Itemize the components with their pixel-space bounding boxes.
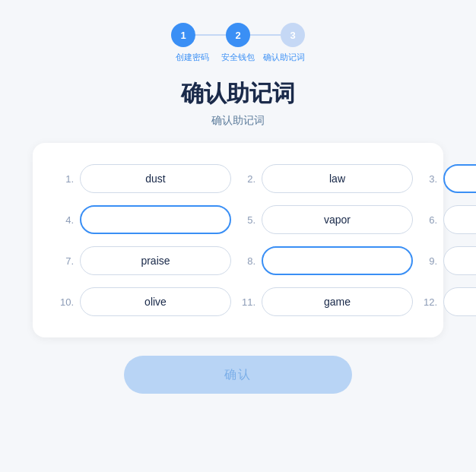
word-number-7: 7. [57,255,74,267]
word-input-9[interactable] [443,246,476,275]
mnemonic-card: 1. 2. 3. 4. 5. 6. [33,143,443,337]
word-item-12: 12. [420,287,476,316]
word-input-8[interactable] [262,246,413,275]
page-title: 确认助记词 [181,78,295,109]
word-input-4[interactable] [80,205,231,234]
word-number-8: 8. [239,255,255,267]
word-item-5: 5. [239,205,413,234]
word-input-10[interactable] [80,287,231,316]
word-number-4: 4. [57,214,74,226]
word-number-6: 6. [420,214,437,226]
word-item-9: 9. [420,246,476,275]
step-2-label: 安全钱包 [215,52,261,63]
word-item-4: 4. [57,205,231,234]
word-number-1: 1. [57,173,74,185]
word-number-3: 3. [420,173,437,185]
word-number-9: 9. [420,255,437,267]
word-item-7: 7. [57,246,231,275]
word-grid: 1. 2. 3. 4. 5. 6. [57,164,419,316]
step-1-circle: 1 [171,23,195,47]
word-input-12[interactable] [443,287,476,316]
word-number-2: 2. [239,173,255,185]
stepper: 1 2 3 创建密码 安全钱包 确认助记词 [170,23,306,63]
word-number-11: 11. [239,296,255,308]
page-subtitle: 确认助记词 [211,114,265,128]
word-item-3: 3. [420,164,476,193]
word-item-1: 1. [57,164,231,193]
word-item-11: 11. [239,287,413,316]
word-item-6: 6. [420,205,476,234]
step-line-1 [195,34,226,36]
confirm-button[interactable]: 确认 [124,356,352,394]
stepper-circles: 1 2 3 [171,23,305,47]
stepper-labels: 创建密码 安全钱包 确认助记词 [170,52,306,63]
word-item-2: 2. [239,164,413,193]
step-3-label: 确认助记词 [261,52,306,63]
word-input-7[interactable] [80,246,231,275]
step-2-circle: 2 [226,23,250,47]
page-container: 1 2 3 创建密码 安全钱包 确认助记词 确认助记词 确认助记词 1. 2. [0,0,476,472]
word-input-11[interactable] [262,287,413,316]
word-input-6[interactable] [443,205,476,234]
word-number-5: 5. [239,214,255,226]
word-item-10: 10. [57,287,231,316]
word-number-12: 12. [420,296,437,308]
word-input-5[interactable] [262,205,413,234]
step-line-2 [250,34,281,36]
step-1-label: 创建密码 [170,52,215,63]
step-3-circle: 3 [281,23,305,47]
word-input-1[interactable] [80,164,231,193]
word-item-8: 8. [239,246,413,275]
word-number-10: 10. [57,296,74,308]
word-input-2[interactable] [262,164,413,193]
word-input-3[interactable] [443,164,476,193]
